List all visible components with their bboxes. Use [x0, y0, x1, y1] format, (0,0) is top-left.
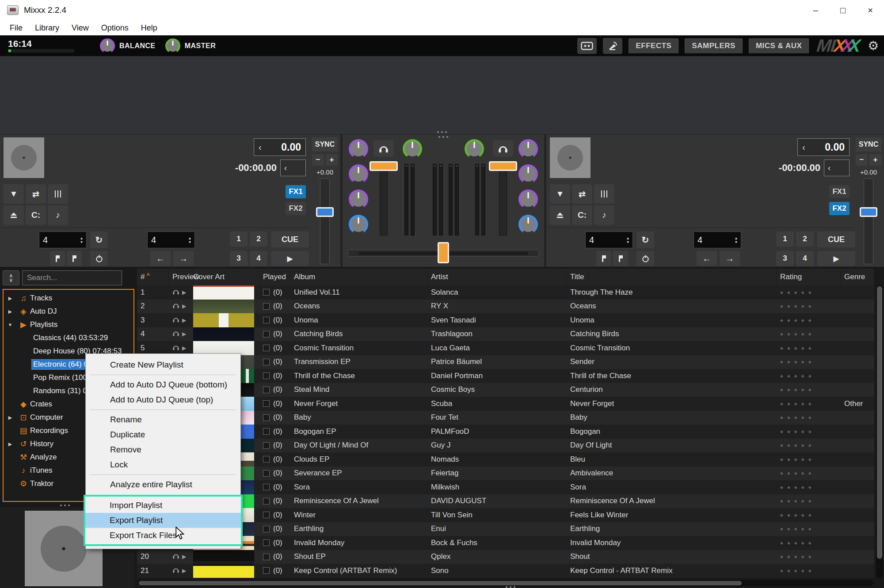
played-checkbox[interactable]: [263, 289, 270, 296]
table-row[interactable]: 17▶(0)WinterTill Von SeinFeels Like Wint…: [137, 508, 874, 522]
played-checkbox[interactable]: [263, 331, 270, 338]
expander-collapsed-icon[interactable]: ▶: [4, 415, 17, 421]
hotcue-4-button[interactable]: 4: [796, 251, 814, 266]
menu-item-lock[interactable]: Lock: [86, 457, 240, 472]
rating-cell[interactable]: ◆◆◆◆◆: [777, 550, 841, 564]
panel-button-mics-aux[interactable]: MICS & AUX: [749, 38, 809, 53]
expander-collapsed-icon[interactable]: ▶: [4, 309, 17, 315]
balance-knob[interactable]: [100, 38, 115, 53]
sidebar-playlist-item[interactable]: Classics (44) 03:53:29: [4, 331, 133, 345]
sync-button[interactable]: SYNC: [856, 137, 881, 152]
table-row[interactable]: 21▶(0)Keep Control (ARTBAT Remix)SonoKee…: [137, 564, 874, 578]
menu-item-create-new-playlist[interactable]: Create New Playlist: [86, 357, 240, 372]
eq-knob-right-3[interactable]: [518, 190, 538, 209]
menu-item-add-to-auto-dj-queue-top-[interactable]: Add to Auto DJ Queue (top): [86, 392, 240, 407]
table-row[interactable]: 19▶(0)Invalid MondayBock & FuchsInvalid …: [137, 536, 874, 550]
sidebar-splitter-handle[interactable]: [60, 505, 70, 506]
key-button[interactable]: ♪: [48, 205, 68, 225]
played-checkbox[interactable]: [263, 484, 270, 490]
eq-knob-right-4[interactable]: [518, 215, 538, 234]
repeat-button[interactable]: ⇄: [26, 184, 46, 204]
rating-cell[interactable]: ◆◆◆◆◆: [777, 508, 841, 522]
loop-in-button[interactable]: [50, 251, 65, 266]
preview-cell[interactable]: ▶: [169, 300, 193, 314]
hotcue-3-button[interactable]: 3: [776, 251, 794, 266]
rating-cell[interactable]: ◆◆◆◆◆: [777, 494, 841, 508]
loop-out-button[interactable]: [67, 251, 82, 266]
eject-button[interactable]: [550, 205, 570, 225]
hotcue-2-button[interactable]: 2: [796, 231, 814, 247]
cue-mode-button[interactable]: C:: [572, 205, 592, 225]
menu-item-duplicate[interactable]: Duplicate: [86, 427, 240, 442]
crossfader-handle[interactable]: [438, 242, 449, 263]
table-row[interactable]: 12▶(0)Day Of Light / Mind OfGuy JDay Of …: [137, 439, 874, 453]
sidebar-item-auto-dj[interactable]: ▶◈Auto DJ: [4, 305, 133, 318]
menu-item-add-to-auto-dj-queue-bottom-[interactable]: Add to Auto DJ Queue (bottom): [86, 377, 240, 392]
preview-cell[interactable]: ▶: [169, 313, 193, 327]
rate-slider[interactable]: [320, 178, 330, 264]
played-checkbox[interactable]: [263, 567, 270, 574]
broadcast-icon[interactable]: [603, 38, 622, 54]
table-row[interactable]: 9▶(0)Never ForgetScubaNever Forget◆◆◆◆◆O…: [137, 397, 874, 411]
rating-cell[interactable]: ◆◆◆◆◆: [777, 411, 841, 425]
library-maximize-toggle[interactable]: ∧ ∨: [3, 270, 19, 285]
rating-cell[interactable]: ◆◆◆◆◆: [777, 425, 841, 439]
minimize-button[interactable]: –: [802, 0, 829, 20]
horizontal-scrollbar[interactable]: [138, 580, 873, 586]
splitter-handle[interactable]: [437, 131, 447, 133]
reloop-button[interactable]: ↻: [636, 231, 654, 248]
rating-cell[interactable]: ◆◆◆◆◆: [777, 300, 841, 314]
menu-library[interactable]: Library: [29, 23, 65, 33]
table-row[interactable]: 20▶(0)Shout EPQplexShout◆◆◆◆◆: [137, 550, 874, 564]
rating-cell[interactable]: ◆◆◆◆◆: [777, 313, 841, 327]
preview-cell[interactable]: ▶: [169, 341, 193, 355]
volume-fader-left[interactable]: [380, 164, 388, 235]
expander-expanded-icon[interactable]: ▼: [4, 322, 17, 327]
eq-knob-right-2[interactable]: [518, 164, 538, 184]
expander-collapsed-icon[interactable]: ▶: [4, 296, 17, 301]
played-checkbox[interactable]: [263, 303, 270, 310]
hotcue-4-button[interactable]: 4: [250, 251, 267, 266]
table-row[interactable]: 13▶(0)Clouds EPNomadsBleu◆◆◆◆◆: [137, 452, 874, 467]
rate-slider[interactable]: [864, 178, 873, 264]
sidebar-item-playlists[interactable]: ▼▶Playlists: [4, 318, 133, 331]
menu-file[interactable]: File: [4, 23, 29, 33]
eq-knob-left-3[interactable]: [349, 190, 368, 209]
table-row[interactable]: 8▶(0)Steal MindCosmic BoysCenturion◆◆◆◆◆: [137, 383, 874, 397]
played-checkbox[interactable]: [263, 526, 270, 532]
beatjump-size-spinbox[interactable]: 4▴▾: [147, 231, 195, 248]
played-checkbox[interactable]: [263, 456, 270, 463]
eq-knob-right-1[interactable]: [518, 139, 538, 159]
column-header-cover-art[interactable]: Cover Art: [193, 269, 259, 285]
menu-item-rename[interactable]: Rename: [86, 412, 240, 427]
preview-play-icon[interactable]: ▶: [182, 554, 186, 560]
fx2-assign-button[interactable]: FX2: [286, 202, 306, 215]
fx1-assign-button[interactable]: FX1: [286, 185, 306, 198]
headphone-cue-right-button[interactable]: [493, 140, 513, 157]
reloop-button[interactable]: ↻: [90, 231, 108, 248]
vertical-scrollbar[interactable]: [876, 285, 883, 578]
master-knob[interactable]: [165, 38, 180, 53]
beatjump-back-button[interactable]: ←: [150, 251, 171, 266]
table-row[interactable]: 18▶(0)EarthlingEnuiEarthling◆◆◆◆◆: [137, 522, 874, 536]
crossfader[interactable]: [348, 242, 539, 263]
mixer-splitter-handle[interactable]: [438, 136, 448, 138]
hotcue-2-button[interactable]: 2: [250, 231, 267, 247]
rating-cell[interactable]: ◆◆◆◆◆: [777, 327, 841, 341]
cue-button[interactable]: CUE: [817, 231, 855, 247]
played-checkbox[interactable]: [263, 428, 270, 435]
beatjump-size-spinbox[interactable]: 4▴▾: [693, 231, 741, 248]
pitch-down-button[interactable]: −: [856, 154, 868, 166]
menu-help[interactable]: Help: [135, 23, 164, 33]
loop-in-button[interactable]: [596, 251, 611, 266]
rating-cell[interactable]: ◆◆◆◆◆: [777, 480, 841, 494]
beatloop-size-spinbox[interactable]: 4▴▾: [39, 231, 87, 248]
expander-collapsed-icon[interactable]: ▶: [4, 441, 17, 447]
pitch-down-button[interactable]: −: [312, 154, 324, 166]
column-header-genre[interactable]: Genre: [841, 269, 874, 285]
hotcue-1-button[interactable]: 1: [776, 231, 794, 247]
rating-cell[interactable]: ◆◆◆◆◆: [777, 383, 841, 397]
table-row[interactable]: 16▶(0)Reminiscence Of A JewelDAVID AUGUS…: [137, 494, 874, 508]
rate-slider-handle[interactable]: [860, 207, 877, 217]
rating-cell[interactable]: ◆◆◆◆◆: [777, 397, 841, 411]
